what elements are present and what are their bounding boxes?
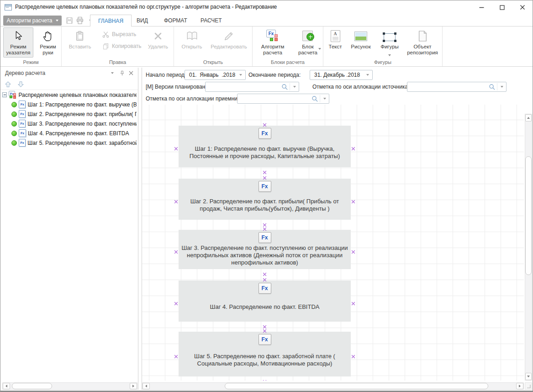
planning-versions-field[interactable] <box>205 82 299 92</box>
connection-marker[interactable] <box>263 270 267 274</box>
edit-button[interactable]: Редактировать <box>208 27 250 58</box>
connection-marker[interactable] <box>263 168 267 172</box>
connection-marker[interactable] <box>174 144 178 148</box>
calc-block-button[interactable]: Блок расчета <box>294 27 322 58</box>
minimize-button[interactable] <box>471 0 491 14</box>
collapse-icon[interactable] <box>2 92 7 97</box>
fx-button[interactable]: Fx <box>259 283 271 294</box>
scroll-up-button[interactable] <box>525 114 532 122</box>
fx-button[interactable]: Fx <box>259 128 271 139</box>
copy-button[interactable]: Копировать <box>102 41 142 51</box>
connection-marker[interactable] <box>263 323 267 327</box>
calc-algorithm-button[interactable]: Fx Алгоритм расчета <box>254 27 291 58</box>
connection-marker[interactable] <box>174 299 178 303</box>
tree-item-step1[interactable]: Fx Шаг 1: Распределение по факт. выручке… <box>0 100 137 109</box>
application-menu-button[interactable]: Алгоритм расчета <box>3 16 62 26</box>
fx-button[interactable]: Fx <box>259 232 271 243</box>
connection-marker[interactable] <box>263 377 267 381</box>
scroll-down-button[interactable] <box>525 373 532 380</box>
canvas-hscrollbar[interactable] <box>142 382 524 390</box>
move-down-button[interactable] <box>15 79 26 89</box>
period-end-combo[interactable]: 31. Декабрь .2018 <box>310 70 373 80</box>
connection-marker[interactable] <box>263 275 267 280</box>
scroll-right-button[interactable] <box>516 383 523 389</box>
chevron-down-icon[interactable] <box>363 70 372 79</box>
shapes-icon <box>384 29 396 43</box>
repository-object-button[interactable]: Объект репозитория <box>403 27 442 58</box>
calc-block-step5[interactable]: Fx Шаг 5. Распределение по факт. заработ… <box>179 332 351 376</box>
search-icon[interactable] <box>310 95 320 102</box>
connection-marker[interactable] <box>351 248 355 252</box>
connection-marker[interactable] <box>351 352 355 356</box>
search-icon[interactable] <box>487 83 497 90</box>
tree-item-step3[interactable]: Fx Шаг 3. Распределение по факт. поступл… <box>0 119 137 128</box>
ribbon-group-calc-blocks: Fx Алгоритм расчета Блок расчета Блоки р… <box>253 26 323 66</box>
period-start-combo[interactable]: 01. Январь .2018 <box>185 70 246 80</box>
canvas-vscrollbar[interactable] <box>525 114 532 381</box>
source-allocation-field[interactable] <box>407 82 507 92</box>
calc-block-step1[interactable]: Fx Шаг 1: Распределение по факт. выручке… <box>179 126 351 167</box>
tab-view[interactable]: ВИД <box>129 15 156 26</box>
chevron-down-icon[interactable] <box>320 98 329 100</box>
connection-marker[interactable] <box>351 144 355 148</box>
connection-marker[interactable] <box>263 327 267 331</box>
connection-marker[interactable] <box>263 174 267 178</box>
tab-home[interactable]: ГЛАВНАЯ <box>90 15 132 26</box>
scroll-thumb[interactable] <box>525 156 532 275</box>
connection-marker[interactable] <box>174 352 178 356</box>
pointer-mode-button[interactable]: Режим указателя <box>3 27 33 58</box>
save-icon <box>65 16 74 25</box>
chevron-down-icon <box>111 72 114 74</box>
fx-button[interactable]: Fx <box>259 334 271 345</box>
tree-item-step2[interactable]: Fx Шаг 2. Распределение по факт. прибыли… <box>0 109 137 119</box>
hand-mode-button[interactable]: Режим руки <box>36 27 60 58</box>
receiver-allocation-field[interactable] <box>237 94 329 104</box>
connection-marker[interactable] <box>351 299 355 303</box>
connection-marker[interactable] <box>263 221 267 225</box>
diagram-canvas[interactable]: Fx Шаг 1: Распределение по факт. выручке… <box>142 105 524 381</box>
calc-block-step4[interactable]: Fx Шаг 4. Распределение по факт. EBITDA <box>179 281 351 322</box>
panel-pin-button[interactable] <box>118 70 126 76</box>
calc-block-step3[interactable]: Fx Шаг 3. Распределение по факт. поступл… <box>179 230 351 269</box>
window-title: Распределение целевых плановых показател… <box>15 4 277 10</box>
fx-button[interactable]: Fx <box>259 181 271 192</box>
picture-button[interactable]: Рисунок <box>347 27 375 58</box>
connection-marker[interactable] <box>263 121 267 125</box>
tree-hscrollbar[interactable] <box>2 382 137 390</box>
tree-item-step5[interactable]: Fx Шаг 5. Распределение по факт. заработ… <box>0 138 137 148</box>
tab-format[interactable]: ФОРМАТ <box>156 15 195 26</box>
tree-item-step4[interactable]: Fx Шаг 4. Распределение по факт. EBITDA <box>0 128 137 138</box>
tab-calc[interactable]: РАСЧЕТ <box>193 15 230 26</box>
scroll-left-button[interactable] <box>142 383 150 389</box>
connection-marker[interactable] <box>174 248 178 252</box>
shapes-button[interactable]: Фигуры <box>377 27 402 58</box>
maximize-button[interactable] <box>492 0 512 14</box>
tree-root-node[interactable]: Fx Распределение целевых плановых показа… <box>0 90 137 100</box>
connection-marker[interactable] <box>351 197 355 201</box>
tree-item-label: Шаг 5. Распределение по факт. заработной… <box>27 140 137 146</box>
delete-button[interactable]: Удалить <box>145 27 171 58</box>
chevron-down-icon[interactable] <box>497 86 506 88</box>
scroll-right-button[interactable] <box>130 383 137 389</box>
connection-marker[interactable] <box>174 197 178 201</box>
panel-splitter[interactable] <box>138 68 142 390</box>
cut-button[interactable]: Вырезать <box>102 29 136 39</box>
scroll-thumb[interactable] <box>12 383 52 389</box>
scroll-thumb[interactable] <box>225 383 488 389</box>
text-shape-button[interactable]: A Текст <box>325 27 346 58</box>
chevron-down-icon[interactable] <box>236 70 245 79</box>
panel-menu-button[interactable] <box>109 70 116 76</box>
chevron-down-icon[interactable] <box>290 86 299 88</box>
quick-print-button[interactable] <box>75 16 85 25</box>
panel-close-button[interactable] <box>127 70 135 76</box>
quick-save-button[interactable] <box>64 16 74 25</box>
move-up-button[interactable] <box>2 79 13 89</box>
open-button[interactable]: Открыть <box>178 27 206 58</box>
connection-marker[interactable] <box>263 225 267 229</box>
search-icon[interactable] <box>280 83 290 90</box>
scroll-left-button[interactable] <box>3 383 10 389</box>
printer-icon <box>76 16 84 25</box>
paste-button[interactable]: Вставить <box>65 27 95 58</box>
calc-block-step2[interactable]: Fx Шаг 2. Распределение по факт. прибыли… <box>179 179 351 220</box>
close-button[interactable] <box>512 0 533 14</box>
